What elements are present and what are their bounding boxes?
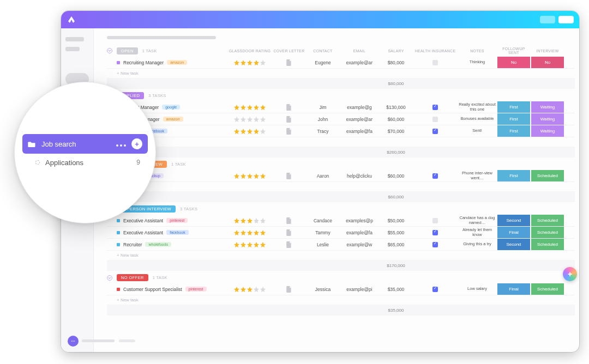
svg-point-2 — [74, 341, 75, 342]
column-header[interactable]: NOTES — [458, 49, 496, 53]
column-header[interactable]: GLASSDOOR RATING — [228, 49, 272, 53]
notes-cell: Low salary — [458, 287, 496, 291]
cover-letter-cell[interactable] — [273, 59, 305, 66]
new-task-button[interactable]: + New task — [107, 182, 575, 191]
health-insurance-cell[interactable] — [413, 105, 457, 110]
cover-letter-cell[interactable] — [273, 173, 305, 179]
health-insurance-cell[interactable] — [413, 242, 457, 247]
task-row[interactable]: Customer Support Specialist pinterest Je… — [107, 283, 575, 295]
titlebar-control-1[interactable] — [540, 16, 555, 23]
company-tag[interactable]: google — [162, 105, 180, 110]
svg-point-0 — [71, 341, 73, 342]
interview-badge[interactable]: Scheduled — [531, 239, 564, 250]
followup-badge[interactable]: First — [497, 170, 530, 181]
column-header[interactable]: CONTACT — [306, 49, 339, 53]
health-insurance-cell[interactable] — [413, 129, 457, 134]
notes-cell: Giving this a try — [458, 242, 496, 246]
column-header[interactable]: COVER LETTER — [273, 49, 305, 53]
cover-letter-cell[interactable] — [273, 286, 305, 293]
list-label: Applications — [45, 159, 83, 167]
main-content: OPEN 1 TASK GLASSDOOR RATINGCOVER LETTER… — [94, 28, 579, 352]
add-list-button[interactable]: + — [131, 138, 142, 149]
followup-badge[interactable]: Final — [497, 283, 530, 295]
followup-badge[interactable]: No — [497, 57, 530, 68]
health-insurance-cell[interactable] — [413, 60, 457, 65]
company-tag[interactable]: pinterest — [185, 287, 207, 292]
rating-stars — [228, 116, 272, 123]
followup-badge[interactable]: First — [497, 125, 530, 137]
new-task-button[interactable]: + New task — [107, 251, 575, 260]
interview-badge[interactable]: Waiting — [531, 113, 564, 125]
followup-badge[interactable]: Final — [497, 227, 530, 238]
followup-badge[interactable]: Second — [497, 215, 530, 226]
group-header[interactable]: PHONE INTERVIEW 1 TASK — [107, 161, 575, 168]
new-task-button[interactable]: + New task — [107, 137, 575, 147]
company-tag[interactable]: facebook — [166, 230, 188, 235]
titlebar-control-2[interactable] — [558, 16, 574, 23]
task-row[interactable]: Account Manager amazon John example@ar $… — [107, 113, 575, 125]
cover-letter-cell[interactable] — [273, 128, 305, 135]
clickup-logo-icon — [67, 15, 76, 25]
task-row[interactable]: Recruiter clickup Aaron help@clicku $60,… — [107, 170, 575, 182]
column-header[interactable]: SALARY — [380, 49, 412, 53]
company-tag[interactable]: amazon — [163, 117, 183, 122]
column-header[interactable]: EMAIL — [340, 49, 378, 53]
task-title: Recruiting Manager — [123, 60, 164, 65]
chat-button[interactable] — [68, 336, 79, 347]
column-header[interactable]: INTERVIEW — [531, 49, 564, 53]
cover-letter-cell[interactable] — [273, 104, 305, 111]
health-insurance-cell[interactable] — [413, 218, 457, 223]
sidebar-folder-job-search[interactable]: Job search + — [22, 134, 148, 154]
quick-add-button[interactable] — [563, 267, 577, 281]
task-row[interactable]: Recruiting Manager amazon Eugene example… — [107, 57, 575, 69]
contact-cell: Jim — [306, 105, 339, 110]
company-tag[interactable]: amazon — [167, 60, 187, 65]
interview-badge[interactable]: Scheduled — [531, 215, 564, 226]
status-pill[interactable]: NO OFFER — [117, 274, 148, 281]
new-task-button[interactable]: + New task — [107, 295, 575, 305]
group-header[interactable]: NO OFFER 1 TASK — [107, 274, 575, 281]
task-row[interactable]: Executive Assistant facebook Tammy examp… — [107, 227, 575, 239]
cover-letter-cell[interactable] — [273, 217, 305, 224]
rating-stars — [228, 241, 272, 248]
health-insurance-cell[interactable] — [413, 173, 457, 179]
status-pill[interactable]: OPEN — [117, 47, 138, 54]
column-header[interactable]: HEALTH INSURANCE — [413, 49, 457, 53]
task-row[interactable]: Product Manager google Jim example@g $13… — [107, 101, 575, 113]
health-insurance-cell[interactable] — [413, 117, 457, 122]
followup-badge[interactable]: First — [497, 101, 530, 113]
column-header[interactable]: FOLLOWUP SENT — [497, 47, 530, 54]
folder-menu-icon[interactable] — [116, 140, 126, 148]
notes-cell: Sent! — [458, 129, 496, 133]
sidebar-list-applications[interactable]: Applications 9 — [22, 154, 148, 171]
health-insurance-cell[interactable] — [413, 287, 457, 292]
contact-cell: Leslie — [306, 242, 339, 247]
notes-cell: Bonuses available — [458, 117, 496, 121]
rating-stars — [228, 128, 272, 135]
cover-letter-cell[interactable] — [273, 116, 305, 123]
interview-badge[interactable]: Scheduled — [531, 227, 564, 238]
company-tag[interactable]: wholefoods — [145, 242, 171, 247]
followup-badge[interactable]: Second — [497, 239, 530, 250]
notes-cell: Already let them know — [458, 228, 496, 237]
interview-badge[interactable]: Waiting — [531, 101, 564, 113]
cover-letter-cell[interactable] — [273, 229, 305, 236]
cover-letter-cell[interactable] — [273, 241, 305, 248]
task-row[interactable]: Executive Assistant pinterest Candace ex… — [107, 215, 575, 227]
interview-badge[interactable]: No — [531, 57, 564, 68]
health-insurance-cell[interactable] — [413, 230, 457, 235]
sidebar-placeholder — [65, 47, 80, 51]
new-task-button[interactable]: + New task — [107, 69, 575, 78]
chevron-down-icon[interactable] — [107, 275, 112, 281]
group-header[interactable]: APPLIED 3 TASKS — [107, 92, 575, 99]
followup-badge[interactable]: First — [497, 113, 530, 125]
chevron-down-icon[interactable] — [107, 48, 112, 53]
company-tag[interactable]: pinterest — [166, 218, 188, 223]
interview-badge[interactable]: Scheduled — [531, 283, 564, 295]
task-row[interactable]: Recruiter facebook Tracy example@fa $70,… — [107, 125, 575, 137]
task-row[interactable]: Recruiter wholefoods Leslie example@w $6… — [107, 239, 575, 251]
interview-badge[interactable]: Scheduled — [531, 170, 564, 181]
interview-badge[interactable]: Waiting — [531, 125, 564, 137]
task-group: OPEN 1 TASK GLASSDOOR RATINGCOVER LETTER… — [107, 47, 575, 89]
group-header[interactable]: IN PERSON INTERVIEW 3 TASKS — [107, 205, 575, 213]
